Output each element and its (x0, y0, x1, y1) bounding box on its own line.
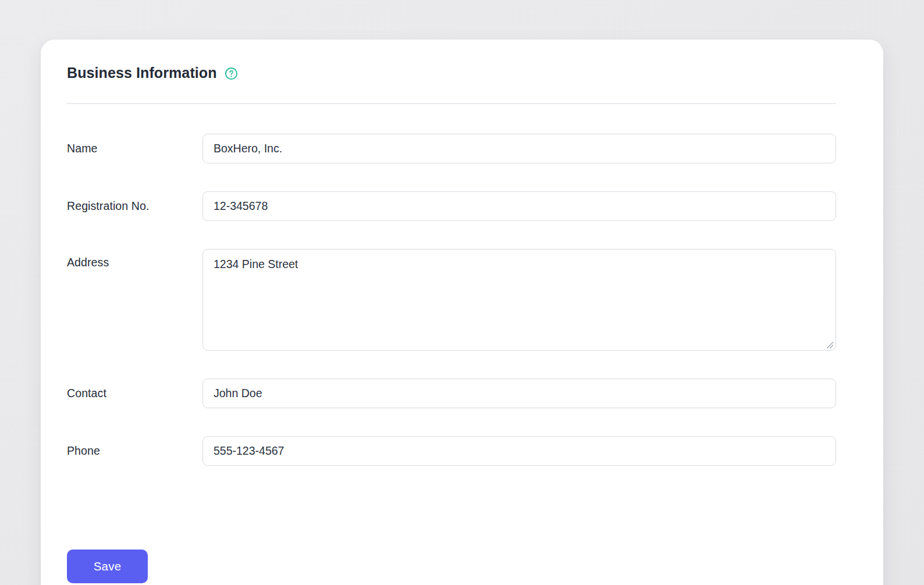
contact-row: Contact (67, 379, 836, 408)
contact-label: Contact (67, 387, 202, 400)
card-header: Business Information (67, 63, 836, 83)
registration-no-label: Registration No. (67, 199, 202, 213)
business-information-form: Name Registration No. Address 1234 Pine … (67, 134, 836, 583)
registration-no-input[interactable] (202, 191, 836, 221)
name-input[interactable] (202, 134, 836, 163)
help-circle-icon[interactable] (225, 67, 238, 80)
phone-label: Phone (67, 444, 202, 458)
registration-no-row: Registration No. (67, 191, 836, 221)
name-label: Name (67, 142, 202, 155)
phone-row: Phone (67, 436, 836, 466)
phone-input[interactable] (202, 436, 836, 466)
contact-input[interactable] (202, 379, 836, 408)
resize-grip-icon[interactable] (826, 341, 834, 348)
business-information-card: Business Information Name Registration N… (41, 40, 883, 585)
save-button[interactable]: Save (67, 550, 148, 583)
address-textarea[interactable]: 1234 Pine Street (202, 249, 836, 351)
header-divider (67, 103, 836, 104)
address-label: Address (67, 249, 202, 269)
page-title: Business Information (67, 63, 217, 83)
address-row: Address 1234 Pine Street (67, 249, 836, 351)
name-row: Name (67, 134, 836, 163)
